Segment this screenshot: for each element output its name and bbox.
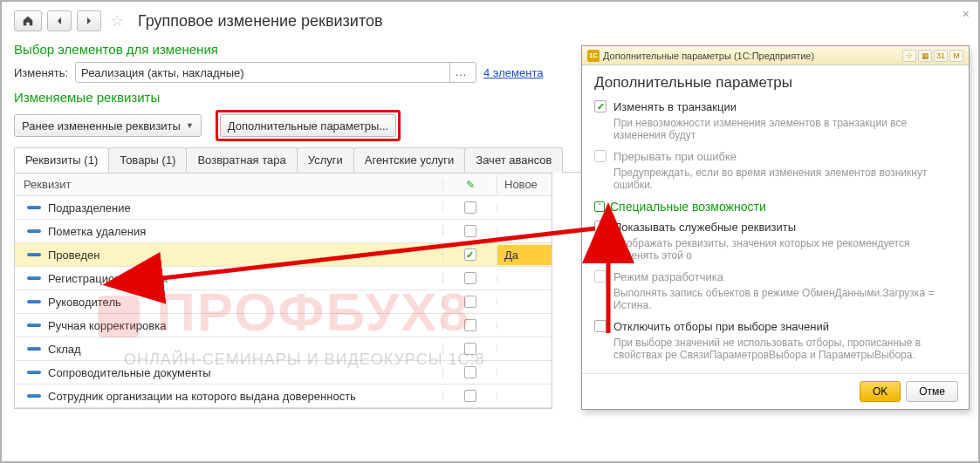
show-service-label: Показывать служебные реквизиты <box>613 221 796 234</box>
row-value-cell[interactable]: Да <box>497 245 552 265</box>
change-input[interactable]: Реализация (акты, накладные) ... <box>75 62 476 83</box>
dev-mode-label: Режим разработчика <box>613 270 723 283</box>
row-checkbox[interactable] <box>464 343 476 355</box>
tab-vozvratnaya-tara[interactable]: Возвратная тара <box>186 147 297 173</box>
row-name-cell: Сопроводительные документы <box>15 363 442 383</box>
row-icon <box>27 394 41 398</box>
popup-titlebar[interactable]: 1С Дополнительные параметры (1С:Предприя… <box>582 46 969 65</box>
table-row[interactable]: Сопроводительные документы <box>15 361 552 385</box>
row-value-cell[interactable] <box>497 369 552 376</box>
row-icon <box>27 229 41 233</box>
change-input-value: Реализация (акты, накладные) <box>81 66 244 79</box>
row-check-cell[interactable] <box>442 225 497 237</box>
row-checkbox[interactable] <box>464 225 476 237</box>
tab-rekvizity[interactable]: Реквизиты (1) <box>14 147 109 173</box>
row-value-cell[interactable] <box>497 204 552 211</box>
row-value-cell[interactable] <box>497 275 552 282</box>
tab-zachet-avansov[interactable]: Зачет авансов <box>464 147 563 173</box>
row-value-cell[interactable] <box>497 322 552 329</box>
show-service-desc: Отображать реквизиты, значения которых н… <box>613 237 956 262</box>
col-header-check: ✎ <box>442 179 497 191</box>
change-in-transaction-desc: При невозможности изменения элементов в … <box>613 117 956 141</box>
row-value-cell[interactable] <box>497 298 552 305</box>
tab-tovary[interactable]: Товары (1) <box>108 147 187 173</box>
interrupt-on-error-label: Прерывать при ошибке <box>613 150 737 163</box>
elements-count-link[interactable]: 4 элемента <box>483 66 543 79</box>
titlebar-icon-4[interactable]: M <box>949 50 963 62</box>
table-row[interactable]: Сотрудник организации на которого выдана… <box>15 385 552 408</box>
dev-mode-checkbox <box>594 270 607 283</box>
table-row[interactable]: Регистрационный знак <box>15 267 552 290</box>
interrupt-on-error-desc: Предупреждать, если во время изменения э… <box>613 167 956 191</box>
row-name-cell: Сотрудник организации на которого выдана… <box>15 386 442 406</box>
ok-button[interactable]: OK <box>860 381 901 402</box>
back-button[interactable] <box>47 10 72 31</box>
prev-changed-dropdown[interactable]: Ранее измененные реквизиты ▼ <box>14 114 202 137</box>
row-checkbox[interactable] <box>464 249 476 261</box>
col-header-name: Реквизит <box>15 174 442 194</box>
table-row[interactable]: Ручная корректировка <box>15 314 552 337</box>
table-row[interactable]: Пометка удаления <box>15 220 552 243</box>
disable-filters-checkbox[interactable] <box>594 320 607 332</box>
change-label: Изменять: <box>14 66 68 79</box>
row-value-cell[interactable] <box>497 228 552 235</box>
col-header-value: Новое <box>497 174 552 194</box>
tab-agentskie[interactable]: Агентские услуги <box>353 147 466 173</box>
chevron-down-icon: ▼ <box>186 121 194 130</box>
row-check-cell[interactable] <box>442 296 497 308</box>
page-title: Групповое изменение реквизитов <box>138 12 383 31</box>
row-checkbox[interactable] <box>464 366 476 378</box>
row-checkbox[interactable] <box>464 296 476 308</box>
row-checkbox[interactable] <box>464 201 476 214</box>
row-check-cell[interactable] <box>442 390 497 402</box>
titlebar-icon-3[interactable]: 31 <box>934 50 948 62</box>
home-button[interactable] <box>14 10 42 31</box>
change-in-transaction-checkbox[interactable] <box>594 100 607 112</box>
popup-heading: Дополнительные параметры <box>594 74 956 92</box>
row-checkbox[interactable] <box>464 390 476 402</box>
row-icon <box>27 371 41 374</box>
ellipsis-button[interactable]: ... <box>449 63 472 82</box>
row-check-cell[interactable] <box>442 201 497 214</box>
interrupt-on-error-checkbox <box>594 150 607 162</box>
row-checkbox[interactable] <box>464 272 476 284</box>
disable-filters-desc: При выборе значений не использовать отбо… <box>613 337 956 361</box>
table-row[interactable]: Подразделение <box>15 196 552 220</box>
row-name-cell: Подразделение <box>15 198 442 218</box>
additional-params-label: Дополнительные параметры... <box>228 119 388 133</box>
forward-button[interactable] <box>77 10 101 31</box>
titlebar-icon-1[interactable]: ☆ <box>902 50 916 62</box>
prev-changed-label: Ранее измененные реквизиты <box>22 119 181 133</box>
row-check-cell[interactable] <box>442 366 497 378</box>
titlebar-icon-2[interactable]: ▦ <box>918 50 932 62</box>
row-icon <box>27 323 41 327</box>
row-check-cell[interactable] <box>442 343 497 355</box>
row-check-cell[interactable] <box>442 249 497 261</box>
popup-titlebar-text: Дополнительные параметры (1С:Предприятие… <box>603 51 814 61</box>
row-icon <box>27 347 41 351</box>
row-check-cell[interactable] <box>442 319 497 331</box>
favorite-star-icon[interactable]: ☆ <box>110 11 124 31</box>
highlight-red-box: Дополнительные параметры... <box>216 110 401 141</box>
special-section-toggle[interactable]: ˅ Специальные возможности <box>594 200 956 214</box>
row-icon <box>27 206 41 209</box>
row-check-cell[interactable] <box>442 272 497 284</box>
pencil-icon: ✎ <box>466 179 475 191</box>
window-close-icon[interactable]: × <box>963 7 970 21</box>
additional-params-button[interactable]: Дополнительные параметры... <box>220 114 396 137</box>
row-icon <box>27 276 41 280</box>
row-value-cell[interactable] <box>497 345 552 352</box>
tab-uslugi[interactable]: Услуги <box>297 147 354 173</box>
chevron-box-icon: ˅ <box>594 201 605 212</box>
show-service-checkbox[interactable] <box>594 221 607 233</box>
row-value-cell[interactable] <box>497 392 552 399</box>
table-row[interactable]: Руководитель <box>15 290 552 314</box>
row-name-cell: Пометка удаления <box>15 221 442 242</box>
cancel-button[interactable]: Отме <box>906 381 958 402</box>
row-icon <box>27 300 41 303</box>
row-checkbox[interactable] <box>464 319 476 331</box>
row-icon <box>27 253 41 256</box>
table-header-row: Реквизит ✎ Новое <box>15 173 552 196</box>
table-row[interactable]: ПроведенДа <box>15 243 552 267</box>
table-row[interactable]: Склад <box>15 337 552 361</box>
